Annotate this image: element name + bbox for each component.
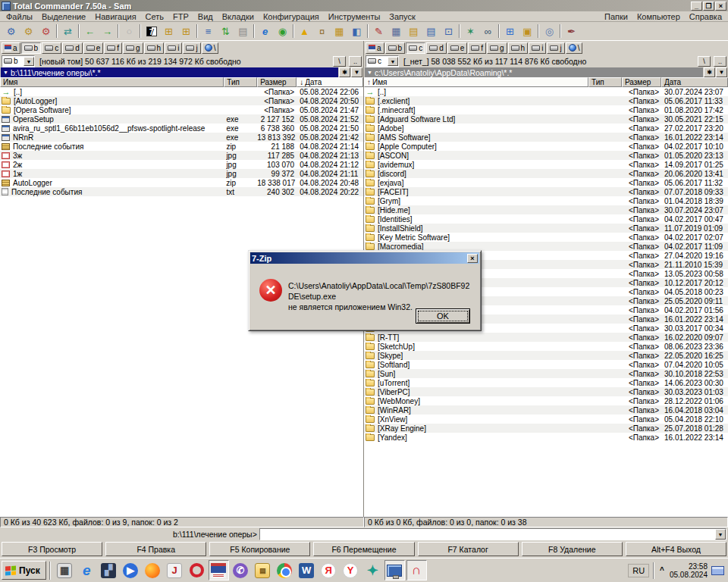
quicklaunch-opera-icon[interactable] xyxy=(187,560,207,580)
column-header-date[interactable]: ↓Дата xyxy=(297,77,363,87)
toolbar-cd-network-icon[interactable]: ◎ xyxy=(541,23,558,39)
drive-button-i[interactable]: i xyxy=(165,42,182,54)
left-history-button[interactable]: ▼ xyxy=(351,67,362,77)
drive-button-d[interactable]: d xyxy=(426,42,447,54)
toolbar-refresh-icon[interactable]: ⇄ xyxy=(59,23,77,39)
file-row[interactable]: [Opera Software]<Папка>05.08.2024 21:47 xyxy=(0,105,363,114)
right-drive-combo-arrow[interactable]: ▼ xyxy=(388,57,398,66)
file-row[interactable]: [uTorrent]<Папка>14.06.2023 00:30 xyxy=(364,378,728,387)
quicklaunch-word-icon[interactable]: W xyxy=(297,560,317,580)
right-favorites-button[interactable]: ✱ xyxy=(704,67,715,77)
menu-item-вкладки[interactable]: Вкладки xyxy=(218,12,259,21)
file-row[interactable]: avira_ru_sptl1_66b11eb1056d2__pfsws-spot… xyxy=(0,124,363,133)
toolbar-options-gear-yellow-icon[interactable]: ⚙ xyxy=(20,23,37,39)
column-header-name[interactable]: ↑Имя xyxy=(364,77,588,87)
file-row[interactable]: [InstallShield]<Папка>11.07.2019 01:09 xyxy=(364,224,728,233)
menu-item-выделение[interactable]: Выделение xyxy=(37,12,90,21)
left-current-path[interactable]: ▼b:\111\лечение оперы\*.* xyxy=(1,67,338,77)
toolbar-notepad-icon[interactable]: ▤ xyxy=(234,23,252,39)
file-row[interactable]: AutoLoggerzip18 338 01704.08.2024 20:48 xyxy=(0,178,363,187)
toolbar-new-folder-2-icon[interactable]: ⊞ xyxy=(177,23,195,39)
toolbar-file-warning-icon[interactable]: ▲ xyxy=(296,23,313,39)
right-updir-button[interactable]: .. xyxy=(714,56,726,67)
keyboard-icon[interactable] xyxy=(711,566,724,575)
file-row[interactable]: →[..]<Папка>30.07.2024 23:07 xyxy=(364,87,728,96)
left-drive-combo-arrow[interactable]: ▼ xyxy=(24,57,34,66)
toolbar-note-blue-icon[interactable]: ▤ xyxy=(422,23,440,39)
file-row[interactable]: [FACEIT]<Папка>07.07.2018 09:33 xyxy=(364,187,728,196)
file-row[interactable]: [Key Metric Software]<Папка>04.02.2017 0… xyxy=(364,233,728,242)
quicklaunch-media-player-icon[interactable]: ▶ xyxy=(121,560,141,580)
file-row[interactable]: [Skype]<Папка>22.05.2020 16:25 xyxy=(364,351,728,360)
toolbar-internet-explorer-icon[interactable]: e xyxy=(256,23,274,39)
file-row[interactable]: [ASCON]<Папка>01.05.2020 23:13 xyxy=(364,151,728,160)
quicklaunch-yandex-search-icon[interactable]: Я xyxy=(318,560,339,580)
menu-item-конфигурация[interactable]: Конфигурация xyxy=(259,12,324,21)
file-row[interactable]: Последние событияzip21 18804.08.2024 21:… xyxy=(0,142,363,151)
file-row[interactable]: [Adguard Software Ltd]<Папка>30.05.2021 … xyxy=(364,114,728,124)
drive-button-i[interactable]: i xyxy=(529,42,546,54)
drive-button-c[interactable]: c xyxy=(406,42,425,54)
menu-item-компьютер[interactable]: Компьютер xyxy=(632,12,685,21)
start-button[interactable]: Пуск xyxy=(2,561,46,580)
file-row[interactable]: Последние событияtxt240 30204.08.2024 20… xyxy=(0,187,363,196)
toolbar-windows-system-icon[interactable]: ⊞ xyxy=(501,23,519,39)
file-row[interactable]: [SketchUp]<Папка>08.06.2023 23:36 xyxy=(364,342,728,351)
right-root-button[interactable]: \ xyxy=(698,56,711,67)
right-history-button[interactable]: ▼ xyxy=(716,67,727,77)
minimize-button[interactable]: _ xyxy=(691,2,702,11)
drive-button-net[interactable]: \ xyxy=(566,42,583,54)
menu-item-запуск[interactable]: Запуск xyxy=(384,12,419,21)
command-input[interactable] xyxy=(260,529,715,540)
drive-button-e[interactable]: e xyxy=(83,42,104,54)
file-row[interactable]: [XRay Engine]<Папка>25.07.2018 01:28 xyxy=(364,424,728,433)
toolbar-tree-view-icon[interactable]: ≡ xyxy=(199,23,217,39)
file-row[interactable]: 3жjpg117 28504.08.2024 21:13 xyxy=(0,151,363,160)
ok-button[interactable]: OK xyxy=(416,308,470,324)
drive-button-h[interactable]: h xyxy=(508,42,529,54)
file-row[interactable]: [Softland]<Папка>07.04.2020 10:05 xyxy=(364,360,728,369)
file-row[interactable]: [Yandex]<Папка>16.01.2022 23:14 xyxy=(364,433,728,442)
restore-button[interactable]: ❐ xyxy=(703,2,714,11)
drive-button-g[interactable]: g xyxy=(487,42,507,54)
function-key-f3[interactable]: F3 Просмотр xyxy=(2,542,102,556)
quicklaunch-chrome-icon[interactable] xyxy=(275,560,295,580)
file-row[interactable]: NRnRexe13 813 39205.08.2024 21:42 xyxy=(0,133,363,142)
drive-button-b[interactable]: b xyxy=(21,42,42,54)
left-updir-button[interactable]: .. xyxy=(349,56,362,67)
close-button[interactable]: × xyxy=(715,2,726,11)
function-key-f7[interactable]: F7 Каталог xyxy=(418,542,519,556)
file-row[interactable]: [Adobe]<Папка>27.02.2017 23:20 xyxy=(364,124,728,133)
drive-button-c[interactable]: c xyxy=(42,42,61,54)
toolbar-new-folder-icon[interactable]: ⊞ xyxy=(160,23,177,39)
toolbar-pack-7zip-icon[interactable]: 7 xyxy=(143,23,160,39)
command-history-button[interactable]: ▼ xyxy=(715,529,726,540)
drive-button-net[interactable]: \ xyxy=(202,42,219,54)
file-row[interactable]: [avidemux]<Папка>14.09.2017 01:25 xyxy=(364,160,728,169)
file-row[interactable]: [WebMoney]<Папка>28.12.2022 01:06 xyxy=(364,396,728,405)
file-row[interactable]: [Identities]<Папка>04.02.2017 00:47 xyxy=(364,214,728,224)
menu-item-вид[interactable]: Вид xyxy=(193,12,218,21)
function-key-f6[interactable]: F6 Перемещение xyxy=(313,542,414,556)
menu-item-навигация[interactable]: Навигация xyxy=(90,12,140,21)
quicklaunch-internet-explorer-icon[interactable]: e xyxy=(77,560,97,580)
drive-button-b[interactable]: b xyxy=(385,42,406,54)
drive-button-j[interactable]: j xyxy=(183,42,200,54)
file-row[interactable]: [.exclient]<Папка>05.06.2017 11:33 xyxy=(364,96,728,105)
quicklaunch-total-commander-icon[interactable] xyxy=(209,560,229,580)
toolbar-network-globe-icon[interactable]: ◉ xyxy=(274,23,291,39)
file-row[interactable]: [Sun]<Папка>30.10.2018 22:53 xyxy=(364,369,728,378)
drive-button-g[interactable]: g xyxy=(123,42,143,54)
quicklaunch-player-green-icon[interactable]: ✦ xyxy=(362,560,383,580)
quicklaunch-file-manager-icon[interactable]: ▤ xyxy=(253,560,273,580)
drive-button-f[interactable]: f xyxy=(468,42,486,54)
quicklaunch-display-settings-icon[interactable] xyxy=(384,560,405,580)
quicklaunch-java-icon[interactable]: J xyxy=(165,560,185,580)
drive-button-a[interactable]: a xyxy=(366,42,384,54)
file-row[interactable]: [R-TT]<Папка>16.02.2020 09:07 xyxy=(364,333,728,342)
function-key-f5[interactable]: F5 Копирование xyxy=(209,542,310,556)
file-row[interactable]: [XnView]<Папка>05.04.2018 22:10 xyxy=(364,415,728,424)
language-indicator[interactable]: RU xyxy=(628,564,649,577)
toolbar-note-yellow-icon[interactable]: ▤ xyxy=(405,23,422,39)
column-header-type[interactable]: Тип xyxy=(588,77,622,87)
